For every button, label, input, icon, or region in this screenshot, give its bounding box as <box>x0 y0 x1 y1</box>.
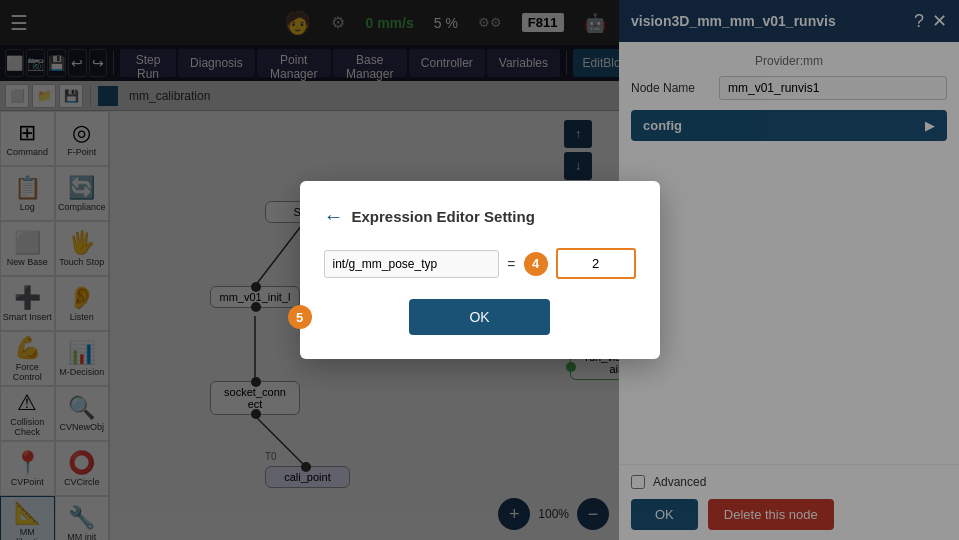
expr-dialog-header: ← Expression Editor Setting <box>324 205 636 228</box>
expr-step4-badge: 4 <box>524 252 548 276</box>
expr-row: = 4 <box>324 248 636 279</box>
expr-ok-row: 5 OK <box>324 299 636 335</box>
expr-dialog-title: Expression Editor Setting <box>352 208 535 225</box>
expr-back-button[interactable]: ← <box>324 205 344 228</box>
expr-value-input[interactable] <box>556 248 636 279</box>
expr-dialog: ← Expression Editor Setting = 4 5 OK <box>300 181 660 359</box>
expr-step5-badge: 5 <box>288 305 312 329</box>
expr-ok-button[interactable]: OK <box>409 299 549 335</box>
dialog-overlay: ← Expression Editor Setting = 4 5 OK <box>0 0 959 540</box>
expr-field-input[interactable] <box>324 250 500 278</box>
expr-eq-sign: = <box>507 256 515 272</box>
